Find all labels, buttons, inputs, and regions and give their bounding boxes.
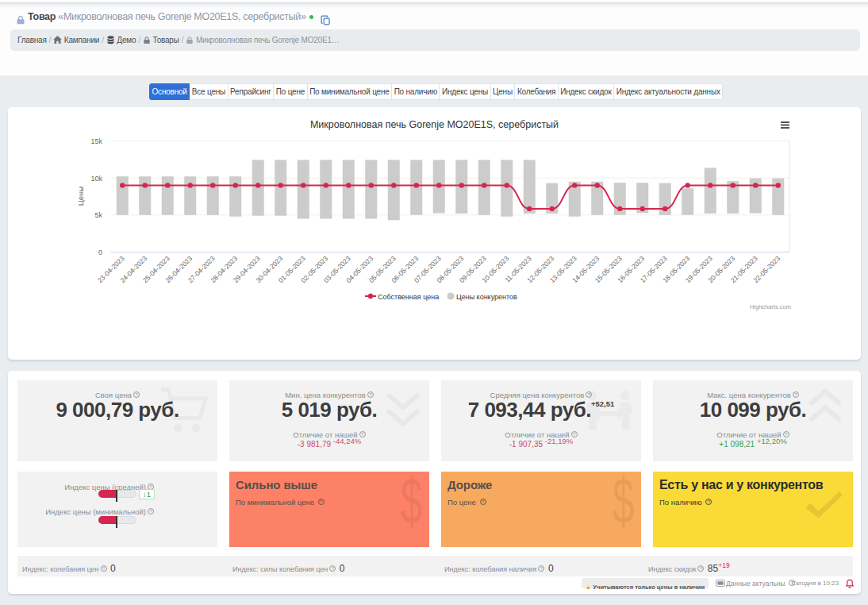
svg-text:Цены: Цены	[76, 187, 85, 206]
svg-text:10k: 10k	[90, 175, 102, 183]
svg-text:15k: 15k	[90, 137, 102, 145]
svg-text:Цены конкурентов: Цены конкурентов	[456, 293, 517, 301]
svg-text:5k: 5k	[94, 211, 102, 219]
svg-text:Собственная цена: Собственная цена	[378, 293, 439, 301]
svg-text:0: 0	[98, 249, 102, 256]
svg-text:Highcharts.com: Highcharts.com	[750, 303, 791, 310]
